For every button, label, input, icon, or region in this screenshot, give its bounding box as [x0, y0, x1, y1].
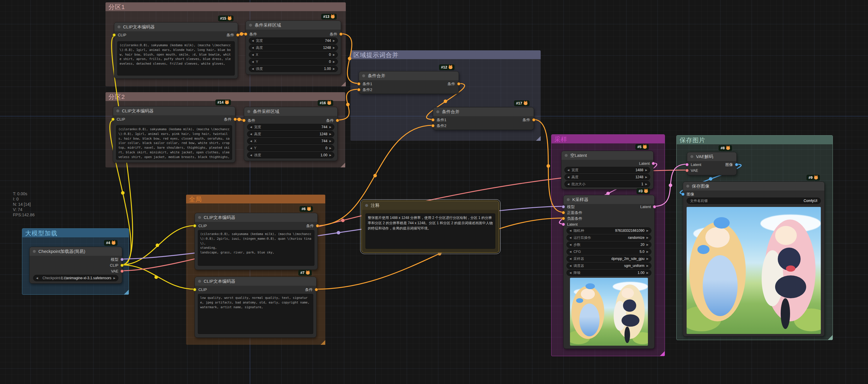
socket-model-output[interactable] — [120, 258, 124, 261]
group-resize-handle[interactable] — [828, 335, 833, 340]
widget-y[interactable]: ◀Y0▶ — [249, 59, 338, 65]
widget-cfg[interactable]: ◀CFG5.0▶ — [566, 248, 651, 255]
collapse-dot-icon[interactable] — [198, 216, 201, 219]
socket-cond-output[interactable] — [457, 82, 460, 85]
collapse-dot-icon[interactable] — [362, 74, 365, 77]
widget-filename-prefix[interactable]: 文件名前缀 ComfyUI — [687, 198, 821, 204]
socket-cond-input[interactable] — [242, 119, 246, 122]
widget-height[interactable]: ◀高度1248▶ — [249, 44, 338, 51]
prompt-textarea[interactable]: (ciloranko:0.8), sakyumama (kedama milk)… — [198, 230, 314, 266]
widget-ckpt-name[interactable]: ◀ Checkpoint名称 animagine-xl-3.1.safetens… — [33, 275, 118, 281]
socket-clip-input[interactable] — [113, 33, 116, 37]
node-checkpoint-loader-4[interactable]: Checkpoint加载器(简易) 模型 CLIP VAE ◀ Checkpoi… — [29, 247, 122, 284]
node-clip-text-encoder-14[interactable]: CLIP文本编码器 CLIP 条件 (ciloranko:0.8), sakyu… — [113, 106, 235, 163]
node-vae-decode-8[interactable]: VAE解码 Latent VAE 图像 — [687, 152, 737, 175]
widget-scheduler[interactable]: ◀调度器sgm_uniform▶ — [566, 263, 651, 269]
socket-cond-input[interactable] — [244, 33, 247, 36]
collapse-dot-icon[interactable] — [365, 204, 368, 207]
socket-cond-output[interactable] — [236, 33, 240, 37]
node-note[interactable]: 注释 整张图片使用 1488 x 1248 分辨率，使用 2 个分区进行分区绘制… — [361, 201, 499, 253]
fox-icon — [814, 176, 818, 179]
group-title: 区域提示词合并 — [353, 51, 399, 59]
widget-strength[interactable]: ◀强度1.00▶ — [247, 152, 334, 158]
group-resize-handle[interactable] — [320, 340, 325, 345]
collapse-dot-icon[interactable] — [249, 24, 252, 27]
socket-cond1-input[interactable] — [357, 82, 361, 85]
socket-latent-input[interactable] — [685, 163, 689, 166]
group-resize-handle[interactable] — [124, 290, 129, 294]
node-empty-latent-5[interactable]: 空Latent Latent ◀宽度1488▶ ◀高度1248▶ ◀批次大小1▶ — [561, 151, 653, 189]
socket-latent-output[interactable] — [653, 205, 656, 208]
widget-seed[interactable]: ◀随机种976183321661090▶ — [566, 228, 651, 234]
widget-x[interactable]: ◀X0▶ — [249, 51, 338, 58]
widget-width[interactable]: ◀宽度744▶ — [247, 124, 334, 130]
collapse-dot-icon[interactable] — [690, 155, 693, 158]
node-ksampler-3[interactable]: K采样器 模型 正面条件 负面条件 Latent Latent ◀随机种9761… — [563, 195, 655, 349]
group-partition1-header[interactable] — [105, 2, 346, 11]
prompt-textarea[interactable]: low quality, worst quality, normal quali… — [198, 294, 313, 334]
widget-control-after-generate[interactable]: ◀运行后操作randomize▶ — [566, 235, 651, 241]
socket-cond-output[interactable] — [316, 224, 319, 228]
prompt-textarea[interactable]: (ciloranko:0.8), sakyumama (kedama milk)… — [117, 41, 235, 75]
socket-cond-output[interactable] — [234, 118, 237, 121]
group-resize-handle[interactable] — [660, 351, 664, 356]
collapse-dot-icon[interactable] — [198, 280, 201, 283]
node-clip-text-encoder-15[interactable]: CLIP文本编码器 CLIP 条件 (ciloranko:0.8), sakyu… — [114, 22, 238, 79]
note-textarea[interactable]: 整张图片使用 1488 x 1248 分辨率，使用 2 个分区进行分区绘制，分区… — [365, 213, 495, 249]
socket-cond1-input[interactable] — [431, 118, 435, 121]
collapse-dot-icon[interactable] — [436, 110, 439, 113]
collapse-dot-icon[interactable] — [118, 26, 120, 28]
group-resize-handle[interactable] — [341, 82, 346, 86]
prompt-textarea[interactable]: (ciloranko:0.8), sakyumama (kedama milk)… — [116, 125, 232, 160]
socket-vae-output[interactable] — [120, 270, 124, 273]
node-cond-combine-17[interactable]: 条件合并 条件1 条件2 条件 — [433, 107, 534, 130]
group-resize-handle[interactable] — [536, 136, 541, 141]
collapse-dot-icon[interactable] — [686, 185, 689, 187]
node-clip-text-encoder-7[interactable]: CLIP文本编码器 CLIP 条件 low quality, worst qua… — [194, 277, 316, 338]
widget-sampler-name[interactable]: ◀采样器dpmpp_2m_sde_gpu▶ — [566, 255, 651, 262]
collapse-dot-icon[interactable] — [33, 250, 36, 253]
node-save-image-9[interactable]: 保存图像 图像 文件名前缀 ComfyUI — [683, 181, 825, 337]
socket-negative-input[interactable] — [562, 217, 565, 220]
widget-x[interactable]: ◀X744▶ — [247, 138, 334, 144]
widget-width[interactable]: ◀宽度744▶ — [249, 37, 338, 44]
socket-cond-output[interactable] — [336, 119, 339, 122]
widget-height[interactable]: ◀高度1248▶ — [247, 131, 334, 137]
socket-clip-input[interactable] — [193, 224, 196, 228]
socket-cond2-input[interactable] — [431, 124, 435, 127]
node-cond-set-area-13[interactable]: 条件采样区域 条件 条件 ◀宽度744▶ ◀高度1248▶ ◀X0▶ ◀Y0▶ … — [246, 21, 341, 75]
widget-denoise[interactable]: ◀降噪1.00▶ — [566, 270, 651, 276]
socket-latent-input[interactable] — [562, 223, 565, 226]
widget-batch-size[interactable]: ◀批次大小1▶ — [564, 181, 650, 187]
widget-steps[interactable]: ◀步数20▶ — [566, 241, 651, 248]
widget-width[interactable]: ◀宽度1488▶ — [564, 167, 650, 173]
socket-model-input[interactable] — [562, 205, 565, 208]
widget-y[interactable]: ◀Y0▶ — [247, 145, 334, 151]
node-cond-set-area-16[interactable]: 条件采样区域 条件 条件 ◀宽度744▶ ◀高度1248▶ ◀X744▶ ◀Y0… — [244, 107, 338, 161]
socket-latent-output[interactable] — [652, 162, 655, 165]
socket-cond-output[interactable] — [532, 118, 535, 121]
collapse-dot-icon[interactable] — [247, 110, 250, 113]
socket-positive-input[interactable] — [562, 211, 565, 214]
collapse-dot-icon[interactable] — [116, 109, 119, 112]
socket-image-input[interactable] — [681, 193, 685, 196]
node-graph-canvas[interactable]: T: 0.00s I: 0 N: 14 [14] V: 74 FPS:142.8… — [0, 0, 868, 384]
group-resize-handle[interactable] — [341, 163, 345, 167]
widget-strength[interactable]: ◀强度1.00▶ — [249, 66, 338, 72]
socket-cond2-input[interactable] — [357, 88, 361, 91]
node-badge: #14 — [215, 100, 231, 105]
group-sampling-header[interactable] — [552, 135, 664, 143]
socket-clip-input[interactable] — [111, 118, 115, 121]
socket-clip-output[interactable] — [120, 264, 124, 267]
socket-image-output[interactable] — [735, 163, 738, 166]
node-cond-combine-12[interactable]: 条件合并 条件1 条件2 条件 — [359, 71, 459, 94]
collapse-dot-icon[interactable] — [567, 198, 570, 201]
collapse-dot-icon[interactable] — [565, 154, 568, 157]
widget-height[interactable]: ◀高度1248▶ — [564, 174, 650, 180]
node-clip-text-encoder-6[interactable]: CLIP文本编码器 CLIP 条件 (ciloranko:0.8), sakyu… — [194, 213, 318, 270]
socket-cond-output[interactable] — [315, 288, 318, 291]
socket-vae-input[interactable] — [685, 169, 689, 172]
socket-cond-output[interactable] — [339, 33, 343, 36]
socket-clip-input[interactable] — [193, 288, 196, 291]
group-global-header[interactable] — [186, 195, 325, 203]
